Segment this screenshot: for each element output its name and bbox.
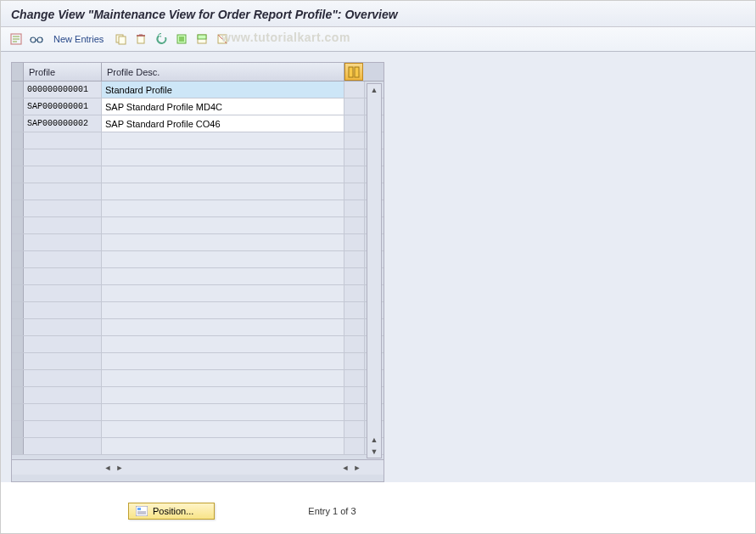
table-row-empty bbox=[12, 149, 384, 166]
svg-rect-12 bbox=[355, 67, 359, 77]
row-selector[interactable] bbox=[12, 149, 24, 166]
horizontal-scrollbar[interactable]: ◄ ► ◄ ► bbox=[12, 459, 384, 475]
row-selector[interactable] bbox=[12, 98, 24, 115]
cell-profile-empty[interactable] bbox=[24, 387, 102, 403]
row-selector[interactable] bbox=[12, 115, 24, 132]
row-selector[interactable] bbox=[12, 302, 24, 318]
cell-description-empty[interactable] bbox=[102, 268, 344, 284]
cell-description-empty[interactable] bbox=[102, 370, 344, 386]
row-selector[interactable] bbox=[12, 370, 24, 386]
cell-profile-empty[interactable] bbox=[24, 251, 102, 267]
cell-profile-empty[interactable] bbox=[24, 183, 102, 200]
select-all-icon[interactable] bbox=[173, 31, 190, 48]
row-selector[interactable] bbox=[12, 438, 24, 454]
row-selector[interactable] bbox=[12, 353, 24, 369]
deselect-all-icon[interactable] bbox=[214, 31, 231, 48]
cell-profile-empty[interactable] bbox=[24, 421, 102, 437]
row-selector[interactable] bbox=[12, 251, 24, 267]
cell-description-empty[interactable] bbox=[102, 336, 344, 352]
scroll-up-icon[interactable]: ▲ bbox=[367, 84, 381, 96]
cell-description-empty[interactable] bbox=[102, 387, 344, 403]
row-selector[interactable] bbox=[12, 421, 24, 437]
cell-profile-empty[interactable] bbox=[24, 166, 102, 183]
row-selector-header[interactable] bbox=[12, 63, 24, 81]
cell-profile-empty[interactable] bbox=[24, 302, 102, 318]
cell-description-empty[interactable] bbox=[102, 438, 344, 454]
detail-icon[interactable] bbox=[8, 31, 25, 48]
cell-profile-empty[interactable] bbox=[24, 132, 102, 149]
scroll-down-icon[interactable]: ▼ bbox=[367, 446, 381, 458]
row-selector[interactable] bbox=[12, 234, 24, 250]
select-block-icon[interactable] bbox=[193, 31, 210, 48]
scroll-down-icon[interactable]: ▲ bbox=[367, 434, 381, 446]
row-selector[interactable] bbox=[12, 285, 24, 301]
cell-description-empty[interactable] bbox=[102, 132, 344, 149]
row-selector[interactable] bbox=[12, 268, 24, 284]
table-body: 000000000001Standard ProfileSAP000000001… bbox=[12, 82, 384, 459]
cell-profile-empty[interactable] bbox=[24, 217, 102, 233]
svg-rect-4 bbox=[119, 37, 126, 44]
cell-profile-empty[interactable] bbox=[24, 336, 102, 352]
delete-icon[interactable] bbox=[132, 31, 149, 48]
cell-description-empty[interactable] bbox=[102, 251, 344, 267]
cell-description-empty[interactable] bbox=[102, 183, 344, 200]
new-entries-button[interactable]: New Entries bbox=[48, 32, 109, 46]
cell-description-empty[interactable] bbox=[102, 149, 344, 166]
position-button[interactable]: Position... bbox=[128, 503, 215, 520]
cell-spacer bbox=[344, 387, 365, 403]
cell-description-empty[interactable] bbox=[102, 302, 344, 318]
scroll-left-icon[interactable]: ◄ bbox=[102, 464, 114, 472]
scroll-left-end-icon[interactable]: ◄ bbox=[339, 464, 351, 472]
row-selector[interactable] bbox=[12, 200, 24, 216]
cell-profile[interactable]: 000000000001 bbox=[24, 82, 102, 98]
row-selector[interactable] bbox=[12, 183, 24, 200]
cell-description[interactable]: Standard Profile bbox=[102, 82, 344, 98]
table-row-empty bbox=[12, 200, 384, 217]
cell-profile[interactable]: SAP000000001 bbox=[24, 98, 102, 115]
title-bar: Change View "Maintenance View for Order … bbox=[1, 1, 755, 27]
cell-profile-empty[interactable] bbox=[24, 200, 102, 216]
cell-description-empty[interactable] bbox=[102, 285, 344, 301]
scroll-right-icon[interactable]: ► bbox=[114, 464, 126, 472]
glasses-icon[interactable] bbox=[28, 31, 45, 48]
row-selector[interactable] bbox=[12, 387, 24, 403]
cell-spacer bbox=[344, 438, 365, 454]
cell-profile[interactable]: SAP000000002 bbox=[24, 115, 102, 132]
column-header-description[interactable]: Profile Desc. bbox=[102, 63, 344, 81]
cell-description[interactable]: SAP Standard Profile CO46 bbox=[102, 115, 344, 132]
scroll-right-end-icon[interactable]: ► bbox=[351, 464, 363, 472]
cell-profile-empty[interactable] bbox=[24, 370, 102, 386]
cell-profile-empty[interactable] bbox=[24, 319, 102, 335]
vertical-scrollbar[interactable]: ▲ ▲ ▼ bbox=[367, 83, 382, 458]
table-row-empty bbox=[12, 132, 384, 149]
cell-profile-empty[interactable] bbox=[24, 268, 102, 284]
row-selector[interactable] bbox=[12, 132, 24, 149]
cell-description-empty[interactable] bbox=[102, 421, 344, 437]
cell-profile-empty[interactable] bbox=[24, 149, 102, 166]
configure-columns-icon[interactable] bbox=[344, 63, 363, 81]
column-header-profile[interactable]: Profile bbox=[24, 63, 102, 81]
row-selector[interactable] bbox=[12, 217, 24, 233]
cell-spacer bbox=[344, 82, 365, 98]
position-button-label: Position... bbox=[153, 506, 193, 516]
cell-description-empty[interactable] bbox=[102, 404, 344, 420]
cell-description-empty[interactable] bbox=[102, 234, 344, 250]
cell-description-empty[interactable] bbox=[102, 166, 344, 183]
undo-icon[interactable] bbox=[153, 31, 170, 48]
cell-description-empty[interactable] bbox=[102, 353, 344, 369]
cell-profile-empty[interactable] bbox=[24, 438, 102, 454]
cell-profile-empty[interactable] bbox=[24, 285, 102, 301]
row-selector[interactable] bbox=[12, 336, 24, 352]
row-selector[interactable] bbox=[12, 82, 24, 98]
copy-icon[interactable] bbox=[112, 31, 129, 48]
cell-description-empty[interactable] bbox=[102, 200, 344, 216]
cell-profile-empty[interactable] bbox=[24, 404, 102, 420]
cell-profile-empty[interactable] bbox=[24, 234, 102, 250]
row-selector[interactable] bbox=[12, 404, 24, 420]
cell-description[interactable]: SAP Standard Profile MD4C bbox=[102, 98, 344, 115]
row-selector[interactable] bbox=[12, 319, 24, 335]
cell-profile-empty[interactable] bbox=[24, 353, 102, 369]
cell-description-empty[interactable] bbox=[102, 217, 344, 233]
cell-description-empty[interactable] bbox=[102, 319, 344, 335]
row-selector[interactable] bbox=[12, 166, 24, 183]
